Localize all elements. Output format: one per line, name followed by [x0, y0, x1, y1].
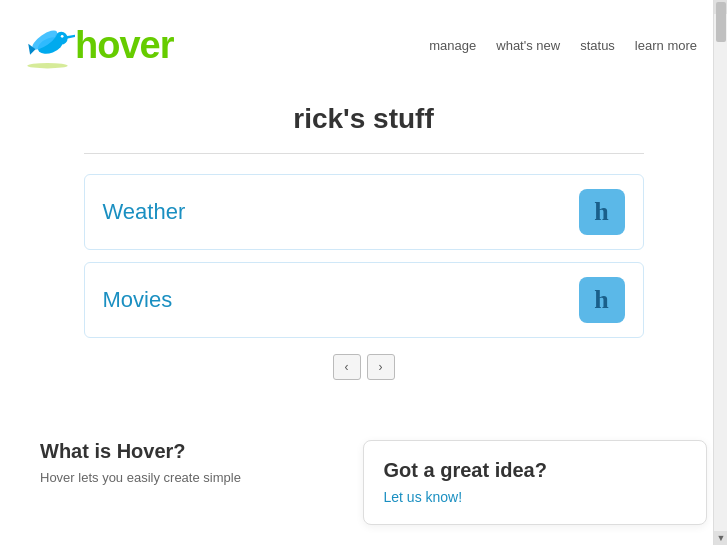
great-idea-title: Got a great idea? — [384, 459, 687, 482]
page-title: rick's stuff — [84, 103, 644, 135]
hover-badge-movies[interactable]: h — [579, 277, 625, 323]
let-us-know-link[interactable]: Let us know! — [384, 489, 463, 505]
main-content: rick's stuff Weather h Movies h ‹ › — [54, 83, 674, 430]
logo: hover — [20, 18, 173, 73]
domain-name-weather: Weather — [103, 199, 186, 225]
what-is-hover: What is Hover? Hover lets you easily cre… — [20, 440, 343, 525]
prev-page-button[interactable]: ‹ — [333, 354, 361, 380]
svg-point-5 — [61, 35, 64, 38]
logo-text: hover — [75, 24, 173, 67]
nav-whats-new[interactable]: what's new — [496, 38, 560, 53]
nav-status[interactable]: status — [580, 38, 615, 53]
nav: manage what's new status learn more — [429, 38, 697, 53]
scrollbar[interactable]: ▲ ▼ — [713, 0, 727, 545]
svg-point-6 — [27, 63, 67, 69]
bottom-section: What is Hover? Hover lets you easily cre… — [0, 440, 727, 525]
what-is-hover-desc: Hover lets you easily create simple — [40, 469, 343, 487]
domain-card-weather[interactable]: Weather h — [84, 174, 644, 250]
scrollbar-thumb[interactable] — [716, 2, 726, 42]
nav-learn-more[interactable]: learn more — [635, 38, 697, 53]
bird-icon — [20, 18, 75, 73]
scroll-down-arrow[interactable]: ▼ — [714, 531, 727, 545]
domain-card-movies[interactable]: Movies h — [84, 262, 644, 338]
header: hover manage what's new status learn mor… — [0, 0, 727, 83]
next-page-button[interactable]: › — [367, 354, 395, 380]
nav-manage[interactable]: manage — [429, 38, 476, 53]
svg-line-2 — [68, 35, 75, 37]
hover-badge-weather[interactable]: h — [579, 189, 625, 235]
great-idea-box: Got a great idea? Let us know! — [363, 440, 708, 525]
domain-name-movies: Movies — [103, 287, 173, 313]
pagination: ‹ › — [84, 354, 644, 380]
divider — [84, 153, 644, 154]
what-is-hover-title: What is Hover? — [40, 440, 343, 463]
